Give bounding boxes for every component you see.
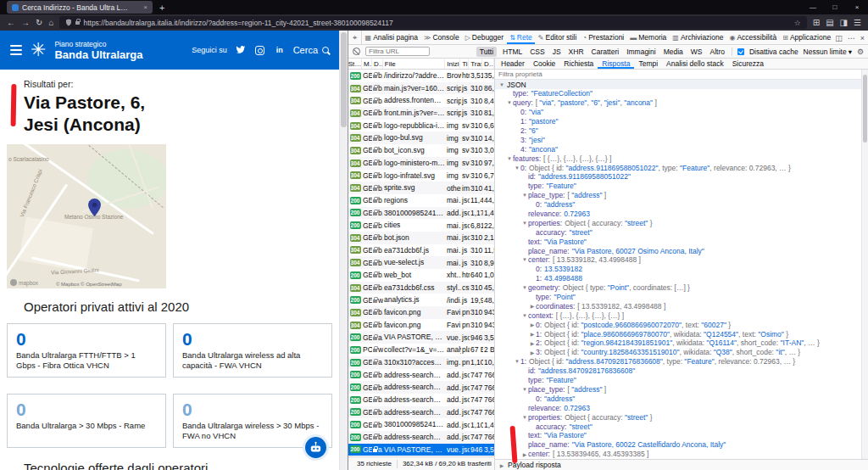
column-header-c-file[interactable]: File — [383, 59, 445, 69]
network-request-row[interactable]: 304GETb…ea731dcb6f.jsmai…js310 B11,51 kB — [348, 244, 494, 257]
payload-footer[interactable]: ▶ Payload risposta — [495, 459, 868, 470]
network-request-row[interactable]: 304GETb…main.js?ver=16055…scriptjs310 B8… — [348, 82, 494, 95]
network-request-row[interactable]: 200GETb…address-search…add…jso747 B766 B — [348, 369, 494, 382]
network-request-row[interactable]: 304GETb…logo-bul.svgimgsvg310 B14,33 kB — [348, 131, 494, 144]
json-tree-row[interactable]: id:"address.8470928176836608" — [495, 366, 868, 376]
devtools-tab-archiviazione[interactable]: ▥Archiviazione — [670, 31, 726, 44]
minimize-button[interactable]: — — [802, 0, 824, 14]
response-tab-cookie[interactable]: Cookie — [529, 59, 559, 69]
devtools-menu-icon[interactable]: ⋯ — [848, 34, 855, 42]
filter-chip-altro[interactable]: Altro — [708, 48, 726, 56]
devtools-tab-analisi-pagina[interactable]: ▦Analisi pagina — [362, 31, 421, 44]
collapse-arrow-icon[interactable]: ▼ — [498, 82, 505, 87]
json-tree-row[interactable]: relevance:0.72963 — [495, 403, 868, 412]
json-tree-row[interactable]: ▼properties:Object { accuracy: "street" … — [495, 218, 868, 227]
map-marker-icon[interactable] — [88, 199, 101, 220]
collapse-arrow-icon[interactable]: ▼ — [521, 415, 528, 420]
json-tree-row[interactable]: ▼properties:Object { accuracy: "street" … — [495, 412, 868, 422]
collapse-arrow-icon[interactable]: ▼ — [506, 100, 513, 105]
response-tab-risposta[interactable]: Risposta — [598, 59, 634, 69]
chatbot-button[interactable] — [303, 434, 329, 461]
json-tree-row[interactable]: ▼place_type:[ "address" ] — [495, 385, 868, 394]
instagram-icon[interactable] — [254, 44, 266, 56]
json-tree-row[interactable]: 0:"via" — [495, 108, 868, 117]
collapse-arrow-icon[interactable]: ▼ — [514, 359, 520, 364]
expand-arrow-icon[interactable]: ▶ — [521, 451, 528, 457]
json-tree-row[interactable]: 1:"pastore" — [495, 117, 868, 126]
devtools-tab-accessibilità[interactable]: ◉Accessibilità — [726, 31, 780, 44]
expand-arrow-icon[interactable]: ▶ — [529, 340, 536, 346]
back-icon[interactable]: ← — [7, 19, 15, 27]
site-search-button[interactable]: Cerca — [293, 45, 329, 55]
collapse-arrow-icon[interactable]: ▼ — [521, 313, 528, 318]
menu-icon[interactable]: ☰ — [854, 19, 861, 27]
json-tree-row[interactable]: accuracy:"street" — [495, 227, 868, 237]
devtools-tab-applicazione[interactable]: ⊞Applicazione — [780, 31, 834, 44]
network-request-row[interactable]: 304GETb…bot.jsonmai…jso310 B2,14 kB — [348, 232, 494, 244]
json-tree-row[interactable]: type:"FeatureCollection" — [495, 89, 868, 98]
network-settings-icon[interactable]: ⚙ — [857, 48, 864, 56]
network-request-row[interactable]: 304GETb…address.frontend.jsscriptjs310 B… — [348, 94, 494, 107]
network-request-row[interactable]: 304GETb…sprite.svgotherima…310 B41,35 kB — [348, 182, 494, 194]
browser-tab[interactable]: Cerca Indirizzo - Banda Ultra L… × — [7, 1, 153, 14]
json-tree-row[interactable]: ▼query:[ "via", "pastore", "6", "jesi", … — [495, 98, 868, 108]
network-request-row[interactable]: 200GETa…VIA PASTORE, 6, Jesi…vue…jso946 … — [348, 444, 494, 456]
json-tree-row[interactable]: ▼0:Object { id: "address.911869588051022… — [495, 163, 868, 172]
filter-chip-caratteri[interactable]: Caratteri — [590, 48, 621, 56]
bookmark-star-icon[interactable]: ☆ — [794, 19, 801, 27]
scrollbar-thumb[interactable] — [863, 75, 867, 143]
json-tree-row[interactable]: type:"Feature" — [495, 182, 868, 191]
map-attribution[interactable]: © Mapbox © OpenStreetMap — [56, 282, 122, 287]
map[interactable]: o Scarlacalasino Metano Osimo Stazione V… — [7, 144, 166, 288]
network-request-row[interactable]: 200GETw…analytics.js/indi…js19,94 kB48,7… — [348, 294, 494, 306]
response-tab-sicurezza[interactable]: Sicurezza — [728, 59, 768, 69]
mapbox-logo[interactable]: mapbox — [10, 279, 38, 286]
filter-chip-xhr[interactable]: XHR — [567, 48, 586, 56]
network-request-row[interactable]: 200GETa…VIA PASTORE, 5, Jesi…vue…jso946 … — [348, 331, 494, 344]
json-tree-row[interactable]: ▼features:[ {…}, {…}, {…}, {…} ] — [495, 154, 868, 163]
json-tree-row[interactable]: ▶0:Object { id: "postcode.96608669600720… — [495, 320, 868, 329]
collapse-arrow-icon[interactable]: ▼ — [521, 257, 528, 262]
json-tree-row[interactable]: ▼context:[ {…}, {…}, {…}, {…} ] — [495, 311, 868, 320]
json-tree-row[interactable]: ▶1:Object { id: "place.9860866969780070"… — [495, 329, 868, 339]
devtools-close-icon[interactable]: × — [860, 34, 865, 42]
tab-close-icon[interactable]: × — [143, 3, 147, 11]
filter-chip-immagini[interactable]: Immagini — [625, 48, 657, 56]
collapse-arrow-icon[interactable]: ▼ — [521, 387, 528, 392]
network-request-row[interactable]: 304GETb…logo-ministero-mid…imgsvg310 B97… — [348, 157, 494, 170]
filter-properties-input[interactable] — [498, 70, 865, 78]
extensions-icon[interactable]: ⊞ — [813, 19, 820, 27]
devtools-tab-console[interactable]: ≫Console — [421, 31, 463, 44]
forward-icon[interactable]: → — [21, 19, 30, 27]
json-tree-row[interactable]: type:"Point" — [495, 293, 868, 302]
json-tree-row[interactable]: text:"Via Pastore" — [495, 431, 868, 440]
json-tree-row[interactable]: ▶center:[ 13.53839465, 43.45393385 ] — [495, 450, 868, 459]
collapse-arrow-icon[interactable]: ▼ — [521, 285, 528, 290]
linkedin-icon[interactable]: in — [274, 44, 286, 56]
pick-element-icon[interactable]: ⌖ — [348, 31, 362, 44]
network-request-row[interactable]: 200POSTw…collect?v=1&_v=j9…analyt…pla67 … — [348, 344, 494, 356]
column-header-c-trans[interactable]: Tras… — [469, 59, 482, 69]
json-tree-row[interactable]: relevance:0.72963 — [495, 210, 868, 219]
tracking-shield-icon[interactable] — [65, 19, 72, 26]
json-tree-row[interactable]: ▼place_type:[ "address" ] — [495, 191, 868, 200]
collapse-arrow-icon[interactable]: ▼ — [506, 156, 513, 161]
column-header-c-type[interactable]: Ti… — [460, 59, 469, 69]
response-tab-richiesta[interactable]: Richiesta — [559, 59, 598, 69]
responsive-design-icon[interactable]: ◫ — [835, 34, 843, 42]
filter-url-input[interactable] — [365, 47, 430, 56]
network-request-row[interactable]: 200GETb…citiesmai…jso6,81 kB22,87 kB — [348, 219, 494, 232]
network-request-row[interactable]: 200GETb…3801000985241…add…jso1,17 kB1,43… — [348, 207, 494, 220]
json-tree-row[interactable]: 1:43.4998488 — [495, 274, 868, 283]
collapse-arrow-icon[interactable]: ▼ — [514, 165, 520, 171]
collapse-arrow-icon[interactable]: ▼ — [521, 193, 528, 198]
filter-chip-js[interactable]: JS — [551, 48, 563, 56]
network-request-row[interactable]: 304GETb…vue-select.jsmai…js310 B8,96 kB — [348, 256, 494, 269]
sidebar-icon[interactable]: ◨ — [840, 19, 848, 27]
json-tree-row[interactable]: accuracy:"street" — [495, 422, 868, 431]
network-request-row[interactable]: 304GETb…logo-repubblica-ita…imgsvg310 B6… — [348, 120, 494, 132]
network-request-row[interactable]: 304GETb…bot_icon.svgimgsvg310 B3,05 kB — [348, 144, 494, 157]
response-tab-analisi-dello-stack[interactable]: Analisi dello stack — [662, 59, 728, 69]
json-tree-row[interactable]: ▶2:Object { id: "region.9842184391851901… — [495, 339, 868, 348]
devtools-tab-memoria[interactable]: ▬Memoria — [627, 31, 670, 44]
